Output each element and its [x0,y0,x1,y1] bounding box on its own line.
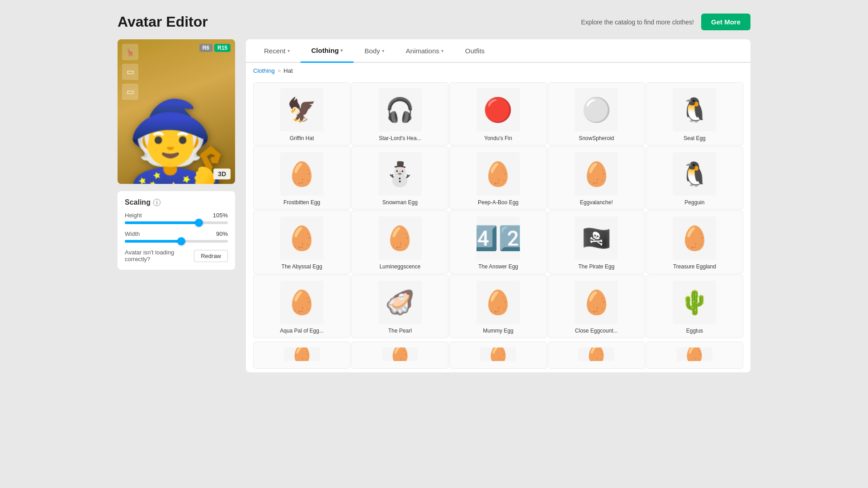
item-card[interactable]: 🦅Griffin Hat [253,82,350,145]
item-name: Peep-A-Boo Egg [478,199,519,206]
item-name: The Abyssal Egg [282,263,322,270]
item-image: 🎧 [378,88,422,131]
item-card[interactable]: 🦪The Pearl [351,275,448,338]
item-name: Eggvalanche! [580,199,613,206]
item-image-partial: 🥚 [382,347,418,361]
item-card[interactable]: 🥚Treasure Eggland [646,211,743,274]
explore-text: Explore the catalog to find more clothes… [581,19,694,26]
item-image: ⚪ [575,88,618,131]
item-name: Yondu's Fin [484,135,512,141]
item-name: Seal Egg [684,135,706,141]
redraw-row: Avatar isn't loading correctly? Redraw [125,249,228,263]
badge-row: R6 R15 [199,44,231,52]
recent-chevron-icon: ▾ [288,48,290,53]
item-card[interactable]: 🥚Lumineggscence [351,211,448,274]
antler-icon[interactable]: 🦌 [122,44,138,60]
item-card-partial[interactable]: 🥚 [646,342,743,369]
item-card[interactable]: ⛄Snowman Egg [351,146,448,210]
redraw-text: Avatar isn't loading correctly? [125,249,194,263]
item-card[interactable]: 🥚Mummy Egg [449,275,547,338]
avatar-figure: 🧙 [126,103,227,184]
item-image: 🐧 [673,88,716,131]
item-card[interactable]: 🐧Pegguin [646,146,743,210]
item-card[interactable]: 🥚Aqua Pal of Egg... [253,275,350,338]
get-more-button[interactable]: Get More [701,14,750,30]
breadcrumb-parent[interactable]: Clothing [253,67,275,74]
tab-body[interactable]: Body ▾ [354,39,395,62]
item-name: Star-Lord's Hea... [379,135,421,141]
item-card[interactable]: 🥚Eggvalanche! [548,146,645,210]
item-image: 🥚 [280,281,324,324]
tab-clothing[interactable]: Clothing ▾ [301,39,354,63]
item-image: 🦪 [378,281,422,324]
sidebar-icons: 🦌 ▭ ▭ [122,44,138,100]
height-fill [125,221,199,224]
item-name: Lumineggscence [379,263,420,270]
item-card[interactable]: 🥚Peep-A-Boo Egg [449,146,547,210]
item-card[interactable]: 🥚Close Eggcount... [548,275,645,338]
partial-items-row: 🥚🥚🥚🥚🥚 [246,342,750,372]
width-scale-row: Width 90% [125,230,228,243]
item-card[interactable]: 4️⃣2️⃣The Answer Egg [449,211,547,274]
item-name: The Pirate Egg [578,263,614,270]
width-slider[interactable] [125,240,228,243]
tab-recent[interactable]: Recent ▾ [253,39,301,62]
item-image: 🐧 [673,152,716,196]
item-image: 🥚 [280,216,324,260]
item-card[interactable]: 🥚Frostbitten Egg [253,146,350,210]
app-title: Avatar Editor [118,14,208,30]
item-name: Mummy Egg [483,328,513,334]
item-card[interactable]: 🎧Star-Lord's Hea... [351,82,448,145]
item-card[interactable]: 🌵Eggtus [646,275,743,338]
badge-r6: R6 [199,44,212,52]
item-name: The Answer Egg [478,263,518,270]
scaling-panel: Scaling i Height 105% Width [118,191,235,270]
item-image: 🥚 [378,216,422,260]
item-name: Eggtus [686,328,703,334]
animations-chevron-icon: ▾ [441,48,443,53]
breadcrumb: Clothing > Hat [246,63,750,79]
item-image-partial: 🥚 [676,347,712,361]
width-thumb[interactable] [177,237,185,245]
item-name: The Pearl [388,328,412,334]
redraw-button[interactable]: Redraw [194,250,228,262]
badge-r15: R15 [214,44,231,52]
item-image: 🥚 [575,281,618,324]
item-card[interactable]: 🥚The Abyssal Egg [253,211,350,274]
item-card[interactable]: 🏴‍☠️The Pirate Egg [548,211,645,274]
item-image-partial: 🥚 [480,347,516,361]
breadcrumb-separator: > [278,67,281,74]
torso-icon[interactable]: ▭ [122,64,138,80]
item-image: ⛄ [378,152,422,196]
height-thumb[interactable] [195,219,203,227]
body-chevron-icon: ▾ [382,48,384,53]
right-panel: Recent ▾ Clothing ▾ Body ▾ Animations ▾ … [246,39,750,372]
item-card-partial[interactable]: 🥚 [351,342,448,369]
item-image-partial: 🥚 [284,347,320,361]
clothing-chevron-icon: ▾ [340,48,343,53]
tab-outfits[interactable]: Outfits [454,39,495,62]
item-card[interactable]: ⚪SnowSpheroid [548,82,645,145]
item-image: 🥚 [476,281,520,324]
item-image: 🏴‍☠️ [575,216,618,260]
height-scale-row: Height 105% [125,212,228,224]
item-card-partial[interactable]: 🥚 [548,342,645,369]
item-name: Aqua Pal of Egg... [280,328,324,334]
height-slider[interactable] [125,221,228,224]
item-card[interactable]: 🐧Seal Egg [646,82,743,145]
item-name: SnowSpheroid [579,135,614,141]
info-icon[interactable]: i [153,199,160,206]
tabs-bar: Recent ▾ Clothing ▾ Body ▾ Animations ▾ … [246,39,750,63]
item-image: 🥚 [575,152,618,196]
item-image-partial: 🥚 [578,347,614,361]
item-name: Close Eggcount... [575,328,618,334]
item-image: 🌵 [673,281,716,324]
item-name: Snowman Egg [382,199,418,206]
tab-animations[interactable]: Animations ▾ [395,39,454,62]
item-image: 🥚 [673,216,716,260]
scaling-title: Scaling i [125,198,228,206]
item-card-partial[interactable]: 🥚 [253,342,350,369]
item-card-partial[interactable]: 🥚 [449,342,547,369]
btn-3d[interactable]: 3D [213,169,231,179]
item-card[interactable]: 🔴Yondu's Fin [449,82,547,145]
